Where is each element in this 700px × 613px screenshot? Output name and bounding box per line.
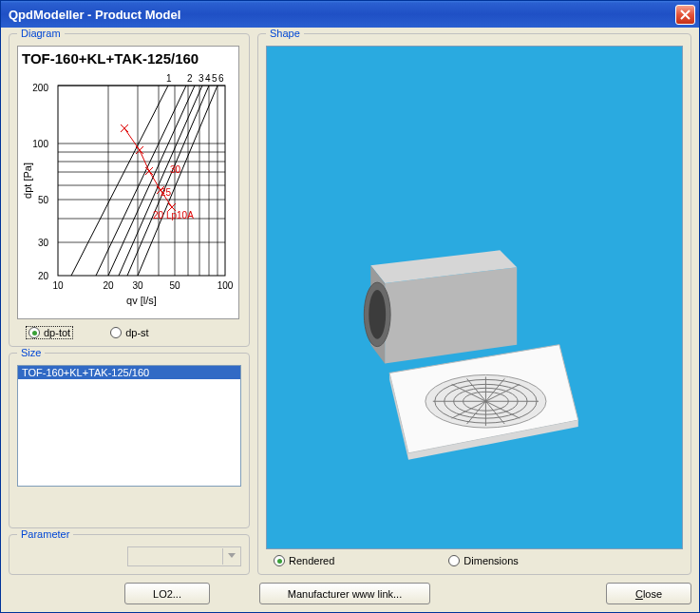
- svg-text:6: 6: [218, 73, 224, 84]
- shape-group: Shape: [257, 33, 691, 575]
- svg-point-61: [369, 290, 386, 339]
- radio-dot-icon: [274, 555, 285, 566]
- svg-text:1: 1: [166, 73, 172, 84]
- content-area: Diagram TOF-160+KL+TAK-125/160: [1, 28, 699, 612]
- svg-text:20: 20: [38, 271, 49, 281]
- radio-dp-tot[interactable]: dp-tot: [27, 327, 72, 338]
- svg-marker-57: [385, 267, 517, 363]
- chart-ylabel: dpt [Pa]: [22, 163, 33, 199]
- shape-viewport[interactable]: [266, 46, 683, 549]
- list-item[interactable]: TOF-160+KL+TAK-125/160: [18, 366, 240, 379]
- radio-dimensions-label: Dimensions: [464, 555, 518, 566]
- svg-text:20 Lp10A: 20 Lp10A: [153, 210, 194, 220]
- radio-rendered-label: Rendered: [289, 555, 334, 566]
- diagram-group: Diagram TOF-160+KL+TAK-125/160: [9, 33, 250, 347]
- app-window: QpdModeller - Product Model Diagram TOF-…: [0, 0, 700, 613]
- size-listbox[interactable]: TOF-160+KL+TAK-125/160: [17, 365, 241, 487]
- shape-group-label: Shape: [266, 28, 304, 39]
- svg-line-23: [138, 86, 218, 276]
- radio-dp-tot-label: dp-tot: [44, 327, 70, 338]
- radio-dot-icon: [448, 555, 460, 566]
- parameter-group-label: Parameter: [17, 528, 73, 540]
- svg-line-22: [127, 86, 209, 276]
- svg-text:200: 200: [32, 83, 48, 93]
- svg-text:20: 20: [103, 280, 114, 291]
- size-group-label: Size: [17, 347, 45, 358]
- svg-text:3: 3: [199, 73, 204, 84]
- svg-text:5: 5: [212, 73, 218, 84]
- svg-line-18: [71, 86, 168, 276]
- chart: TOF-160+KL+TAK-125/160: [17, 46, 239, 319]
- diagram-group-label: Diagram: [17, 28, 65, 39]
- chart-xlabel: qv [l/s]: [126, 295, 157, 306]
- svg-text:10: 10: [52, 280, 64, 291]
- chart-title: TOF-160+KL+TAK-125/160: [22, 50, 235, 67]
- close-icon[interactable]: [675, 5, 695, 25]
- lo2-button[interactable]: LO2...: [124, 583, 210, 604]
- svg-text:30: 30: [38, 238, 49, 248]
- svg-text:100: 100: [218, 280, 234, 291]
- parameter-group: Parameter: [9, 534, 250, 575]
- radio-dp-st[interactable]: dp-st: [110, 327, 148, 338]
- svg-text:100: 100: [32, 139, 48, 149]
- radio-dot-icon: [110, 327, 122, 338]
- svg-text:4: 4: [205, 73, 211, 84]
- svg-text:25: 25: [161, 187, 172, 198]
- button-row: LO2... Manufacturer www link... Close: [9, 583, 691, 604]
- svg-line-21: [119, 86, 202, 276]
- svg-line-20: [108, 86, 195, 276]
- svg-text:2: 2: [187, 73, 193, 84]
- svg-text:30: 30: [170, 164, 181, 175]
- parameter-combo[interactable]: [127, 546, 241, 566]
- svg-text:50: 50: [169, 280, 180, 291]
- size-group: Size TOF-160+KL+TAK-125/160: [9, 353, 250, 528]
- chart-svg: 30 25 20 Lp10A 1 2 3 4 5 6: [22, 67, 236, 312]
- radio-dp-st-label: dp-st: [125, 327, 148, 338]
- radio-rendered[interactable]: Rendered: [274, 555, 334, 566]
- svg-text:50: 50: [38, 195, 49, 205]
- manufacturer-link-button[interactable]: Manufacturer www link...: [259, 583, 430, 604]
- close-button[interactable]: Close: [606, 583, 691, 604]
- window-title: QpdModeller - Product Model: [9, 8, 675, 22]
- svg-line-19: [96, 86, 186, 276]
- titlebar: QpdModeller - Product Model: [1, 1, 699, 28]
- product-3d-illustration: [267, 47, 682, 548]
- radio-dot-icon: [28, 327, 40, 338]
- chevron-down-icon: [228, 553, 236, 558]
- radio-dimensions[interactable]: Dimensions: [448, 555, 518, 566]
- svg-text:30: 30: [132, 280, 143, 291]
